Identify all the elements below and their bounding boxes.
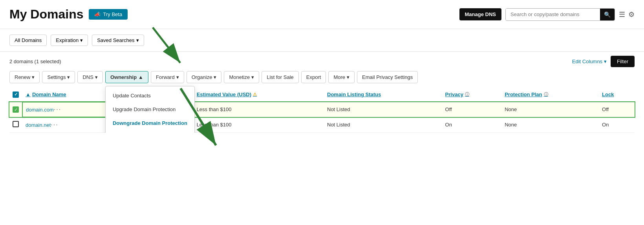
warning-icon: ⚠ xyxy=(253,92,257,97)
filter-button[interactable]: Filter xyxy=(611,56,635,67)
export-button[interactable]: Export xyxy=(301,71,326,83)
domains-table: ▲ Domain Name Auto-renew ⓘ Estimated Val… xyxy=(9,87,635,133)
table-header-row: ▲ Domain Name Auto-renew ⓘ Estimated Val… xyxy=(9,87,635,102)
list-for-sale-button[interactable]: List for Sale xyxy=(262,71,299,83)
ownership-button[interactable]: Ownership ▲ xyxy=(105,71,148,83)
cell-4: None xyxy=(501,102,599,117)
col-lock: Lock xyxy=(599,87,635,102)
saved-searches-button[interactable]: Saved Searches ▾ xyxy=(92,35,144,46)
domain-count: 2 domains (1 selected) xyxy=(9,59,61,64)
ownership-dropdown-menu: Update ContactsUpgrade Domain Protection… xyxy=(105,86,195,133)
edit-columns-button[interactable]: Edit Columns ▾ xyxy=(572,59,607,64)
col-est-value: Estimated Value (USD) ⚠ xyxy=(194,87,324,102)
search-icon: 🔍 xyxy=(604,11,611,18)
chevron-down-icon: ▾ xyxy=(136,37,139,43)
dropdown-item-3[interactable]: Move to other GoDaddy Account xyxy=(106,130,194,133)
ownership-dropdown-items: Update ContactsUpgrade Domain Protection… xyxy=(106,89,194,133)
header-right: Manage DNS 🔍 ☰ ⚙ xyxy=(459,8,635,21)
row-checkbox[interactable] xyxy=(13,121,19,127)
info-icon: ⓘ xyxy=(465,91,469,97)
row-menu-dots[interactable]: ··· xyxy=(54,106,61,113)
filter-bar: All Domains Expiration ▾ Saved Searches … xyxy=(0,29,644,52)
col-listing-status: Domain Listing Status xyxy=(324,87,442,102)
cell-1: Less than $100 xyxy=(194,102,324,117)
menu-icon[interactable]: ☰ xyxy=(619,10,625,19)
dns-button[interactable]: DNS ▾ xyxy=(77,71,102,83)
chevron-down-icon: ▾ xyxy=(32,74,35,80)
select-all-checkbox[interactable] xyxy=(13,91,19,98)
search-wrapper: 🔍 xyxy=(505,8,615,21)
manage-dns-button[interactable]: Manage DNS xyxy=(459,8,501,20)
monetize-button[interactable]: Monetize ▾ xyxy=(224,71,259,83)
search-button[interactable]: 🔍 xyxy=(600,9,615,20)
table-row: domain.com···OffLess than $100Not Listed… xyxy=(9,102,635,117)
search-input[interactable] xyxy=(506,9,600,20)
table-wrapper: ▲ Domain Name Auto-renew ⓘ Estimated Val… xyxy=(0,87,644,133)
chevron-down-icon: ▾ xyxy=(80,37,83,43)
megaphone-icon: 📣 xyxy=(94,11,101,17)
email-privacy-button[interactable]: Email Privacy Settings xyxy=(357,71,418,83)
row-checkbox[interactable] xyxy=(13,106,19,113)
cell-3: Off xyxy=(442,102,502,117)
toolbar-bar: 2 domains (1 selected) Edit Columns ▾ Fi… xyxy=(0,52,644,71)
try-beta-button[interactable]: 📣 Try Beta xyxy=(89,9,128,20)
cell-5: Off xyxy=(599,102,635,117)
cell-4: None xyxy=(501,117,599,133)
domain-link[interactable]: domain.net xyxy=(26,122,51,128)
cell-5: On xyxy=(599,117,635,133)
dropdown-item-2[interactable]: Downgrade Domain Protection xyxy=(106,116,194,130)
cell-2: Not Listed xyxy=(324,117,442,133)
cell-domain: domain.net··· xyxy=(22,117,115,133)
row-menu-dots[interactable]: ··· xyxy=(51,121,58,128)
table-row: domain.net···OffLess than $100Not Listed… xyxy=(9,117,635,133)
page-title: My Domains xyxy=(9,7,83,22)
select-all-cell xyxy=(9,87,22,102)
dropdown-item-0[interactable]: Update Contacts xyxy=(106,89,194,102)
all-domains-button[interactable]: All Domains xyxy=(9,35,47,46)
chevron-down-icon: ▾ xyxy=(176,74,179,80)
header-icons: ☰ ⚙ xyxy=(619,10,635,19)
chevron-down-icon: ▾ xyxy=(347,74,349,80)
expiration-button[interactable]: Expiration ▾ xyxy=(51,35,88,46)
domain-link[interactable]: domain.com xyxy=(26,107,54,113)
cell-domain: domain.com··· xyxy=(22,102,115,117)
info-icon: ⓘ xyxy=(544,91,548,97)
chevron-down-icon: ▾ xyxy=(67,74,70,80)
settings-button[interactable]: Settings ▾ xyxy=(42,71,75,83)
action-bar: Renew ▾ Settings ▾ DNS ▾ Ownership ▲ U xyxy=(0,71,644,87)
sort-up-icon: ▲ xyxy=(26,91,31,97)
chevron-down-icon: ▾ xyxy=(251,74,254,80)
col-domain-name: ▲ Domain Name xyxy=(22,87,115,102)
col-protection-plan: Protection Plan ⓘ xyxy=(501,87,599,102)
col-privacy: Privacy ⓘ xyxy=(442,87,502,102)
chevron-down-icon: ▾ xyxy=(214,74,216,80)
chevron-up-icon: ▲ xyxy=(138,74,143,80)
cell-1: Less than $100 xyxy=(194,117,324,133)
filter-sliders-icon[interactable]: ⚙ xyxy=(628,10,635,19)
more-button[interactable]: More ▾ xyxy=(328,71,355,83)
forward-button[interactable]: Forward ▾ xyxy=(151,71,184,83)
page-header: My Domains 📣 Try Beta Manage DNS 🔍 ☰ ⚙ xyxy=(0,0,644,29)
renew-button[interactable]: Renew ▾ xyxy=(9,71,40,83)
chevron-down-icon: ▾ xyxy=(95,74,98,80)
table-body: domain.com···OffLess than $100Not Listed… xyxy=(9,102,635,133)
chevron-down-icon: ▾ xyxy=(604,59,607,64)
ownership-dropdown-wrapper: Ownership ▲ Update ContactsUpgrade Domai… xyxy=(105,71,148,83)
cell-2: Not Listed xyxy=(324,102,442,117)
dropdown-item-1[interactable]: Upgrade Domain Protection xyxy=(106,102,194,116)
cell-3: On xyxy=(442,117,502,133)
organize-button[interactable]: Organize ▾ xyxy=(187,71,222,83)
